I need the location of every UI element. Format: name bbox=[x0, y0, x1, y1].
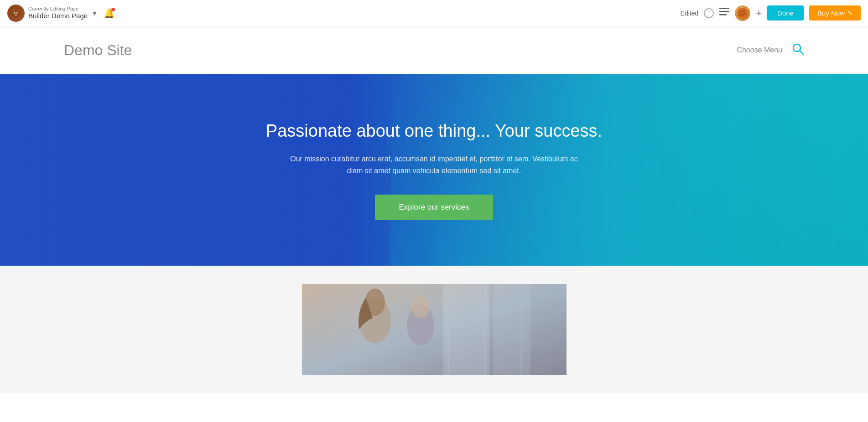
svg-point-16 bbox=[742, 14, 743, 15]
team-image bbox=[302, 284, 567, 375]
notifications-bell[interactable]: 🔔 bbox=[104, 8, 115, 19]
page-content: Demo Site Choose Menu Passionate about o… bbox=[0, 26, 868, 393]
svg-point-4 bbox=[17, 9, 20, 11]
choose-menu-link[interactable]: Choose Menu bbox=[737, 46, 782, 54]
svg-point-15 bbox=[743, 10, 745, 11]
site-logo-icon[interactable] bbox=[7, 5, 25, 22]
page-dropdown-chevron[interactable]: ▾ bbox=[93, 10, 96, 17]
svg-point-3 bbox=[12, 9, 15, 11]
help-icon: ? bbox=[707, 10, 711, 16]
add-button[interactable]: + bbox=[756, 7, 762, 19]
svg-point-18 bbox=[739, 14, 741, 15]
buy-now-icon: ✎ bbox=[847, 10, 852, 16]
hamburger-menu-icon[interactable] bbox=[719, 8, 729, 18]
edited-status: Edited bbox=[681, 10, 699, 17]
topbar-left: Currently Editing Page Builder Demo Page… bbox=[7, 5, 115, 22]
svg-rect-28 bbox=[443, 284, 489, 375]
page-name: Builder Demo Page bbox=[28, 12, 88, 20]
hero-section: Passionate about one thing... Your succe… bbox=[0, 74, 868, 266]
buy-now-label: Buy Now bbox=[817, 9, 845, 17]
site-header: Demo Site Choose Menu bbox=[0, 26, 868, 74]
search-icon[interactable] bbox=[791, 42, 804, 58]
hero-title: Passionate about one thing... Your succe… bbox=[266, 120, 602, 142]
hero-cta-button[interactable]: Explore our services bbox=[375, 195, 493, 220]
svg-rect-29 bbox=[494, 284, 530, 375]
help-button[interactable]: ? bbox=[704, 8, 714, 18]
svg-rect-12 bbox=[719, 14, 727, 15]
topbar-right: Edited ? + Done Buy Now bbox=[681, 5, 861, 21]
currently-editing-label: Currently Editing Page bbox=[28, 6, 88, 12]
svg-rect-10 bbox=[719, 8, 729, 9]
user-avatar[interactable] bbox=[735, 5, 750, 21]
topbar-title: Currently Editing Page Builder Demo Page bbox=[28, 6, 88, 20]
done-button[interactable]: Done bbox=[767, 5, 804, 21]
below-section bbox=[0, 266, 868, 393]
svg-line-20 bbox=[800, 51, 803, 54]
site-logo-text: Demo Site bbox=[64, 42, 132, 59]
team-image-svg bbox=[302, 284, 567, 375]
svg-point-13 bbox=[737, 8, 748, 19]
topbar: Currently Editing Page Builder Demo Page… bbox=[0, 0, 868, 26]
svg-point-9 bbox=[15, 14, 17, 16]
svg-point-8 bbox=[17, 13, 18, 14]
notification-dot bbox=[111, 8, 115, 11]
hero-content: Passionate about one thing... Your succe… bbox=[257, 93, 611, 248]
svg-rect-11 bbox=[719, 11, 729, 12]
hero-subtitle: Our mission curabitur arcu erat, accumsa… bbox=[288, 153, 580, 176]
buy-now-button[interactable]: Buy Now ✎ bbox=[809, 5, 861, 21]
svg-point-14 bbox=[740, 11, 742, 13]
svg-point-24 bbox=[411, 295, 430, 318]
svg-point-17 bbox=[744, 13, 746, 14]
svg-point-7 bbox=[15, 13, 16, 14]
site-nav: Choose Menu bbox=[737, 42, 804, 58]
